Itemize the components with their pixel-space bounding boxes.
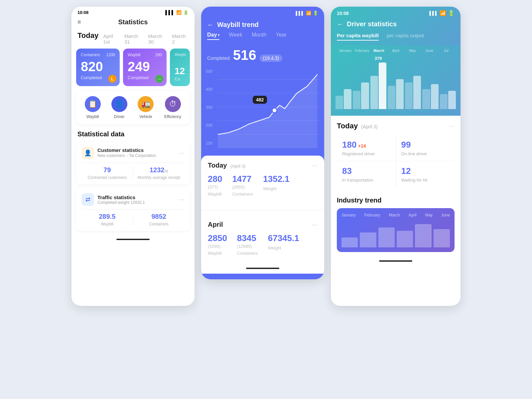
- month-mar[interactable]: March: [370, 49, 387, 53]
- tab-week[interactable]: Week: [229, 32, 242, 40]
- driver-tab-waybill[interactable]: Per capita waybill: [337, 33, 379, 41]
- date-march2[interactable]: March 2: [172, 33, 189, 45]
- driver-header-bg: 10:08 ▌▌▌ 📶 🔋 ← Driver statistics Per ca…: [331, 7, 461, 45]
- y-label-300: 300: [206, 105, 212, 110]
- customer-stats-block: 👤 Customer statistics New customers：Tai …: [76, 142, 190, 185]
- april-weight-label: Weight: [268, 245, 299, 250]
- today-driver-date: (April 3): [361, 124, 378, 129]
- april-containers-label: Containers: [237, 251, 258, 256]
- chart-svg: [218, 69, 321, 152]
- home-bar-1: [71, 235, 195, 242]
- traffic-sub: Completed weight 12832.1: [97, 200, 145, 205]
- card-weight[interactable]: Weight 12 Co: [170, 49, 190, 86]
- status-icons-1: ▌▌▌ 📶 🔋: [165, 10, 189, 15]
- today-section-driver: Today (April 3) ⋯ 180 +14 Registered dri…: [331, 116, 461, 192]
- april-waybill-val: 2850: [208, 233, 227, 243]
- customer-left: 👤 Customer statistics New customers：Tai …: [81, 147, 156, 159]
- card-waybill-label: Waybill: [128, 53, 140, 57]
- bar-group-apr: [388, 79, 404, 109]
- icon-vehicle[interactable]: 🚛 Vehicle: [138, 96, 154, 119]
- industry-section: Industry trend January February March Ap…: [331, 192, 461, 257]
- traffic-left: ⇄ Traffic statistics Completed weight 12…: [81, 193, 145, 206]
- icon-vehicle-label: Vehicle: [139, 114, 152, 119]
- driver-back-button[interactable]: ←: [337, 20, 343, 28]
- month-may: May: [404, 49, 421, 53]
- bar-group-jan: [335, 89, 351, 109]
- tab-day[interactable]: Day ▾: [207, 32, 219, 40]
- today-title-group: Today (April 3): [208, 162, 245, 169]
- menu-icon[interactable]: ≡: [77, 19, 81, 26]
- bar-chart-area: January February March April May June Ju…: [331, 45, 461, 116]
- contracted-val: 79: [103, 166, 111, 174]
- today-weight-label: Weight: [263, 186, 290, 191]
- status-bar-1: 10:08 ▌▌▌ 📶 🔋: [71, 7, 195, 16]
- waybill-icon: 📋: [85, 96, 101, 112]
- back-button-2[interactable]: ←: [207, 21, 214, 29]
- wifi-icon-2: 📶: [306, 11, 311, 16]
- card-containers-badge: L: [108, 75, 116, 83]
- icon-driver-label: Driver: [114, 114, 125, 119]
- date-april1[interactable]: April 1st: [103, 33, 120, 45]
- online-label: On-line driver: [401, 151, 450, 156]
- icon-waybill[interactable]: 📋 Waybill: [85, 96, 101, 119]
- bar-mar-2: [379, 63, 386, 109]
- waybill-val: 289.5: [99, 213, 115, 220]
- bar-may-1: [405, 82, 413, 109]
- april-card-header: April ⋯: [208, 221, 318, 228]
- card-containers-header: Containers 1200: [81, 53, 115, 57]
- card-containers-number: 820: [81, 59, 115, 74]
- date-row: Today April 1st March 31 March 30 March …: [71, 30, 195, 49]
- industry-bars: [341, 221, 450, 247]
- containers-cell: 9852 Containers: [133, 213, 185, 226]
- traffic-dots[interactable]: ⋯: [179, 196, 185, 203]
- card-waybill-count: 280: [155, 53, 162, 57]
- card-containers[interactable]: Containers 1200 820 Completed L: [76, 49, 120, 86]
- april-card-dots[interactable]: ⋯: [312, 221, 318, 228]
- registered-label: Registered driver: [342, 151, 390, 156]
- today-driver-dots[interactable]: ⋯: [449, 122, 455, 130]
- ind-month-may: May: [425, 213, 433, 217]
- date-march31[interactable]: March 31: [124, 33, 144, 45]
- icon-driver[interactable]: 👤 Driver: [111, 96, 127, 119]
- industry-months: January February March April May June: [341, 213, 450, 217]
- bar-jul-2: [448, 91, 456, 109]
- icon-efficiency[interactable]: ⏱ Efficiency: [164, 96, 181, 119]
- monthly-val: 1232(t): [150, 166, 168, 174]
- customer-text: Customer statistics New customers：Tai Co…: [97, 147, 156, 159]
- registered-val: 180: [342, 140, 356, 150]
- april-containers-sub: (12689): [237, 244, 258, 249]
- status-bar-2: ▌▌▌ 📶 🔋: [201, 7, 324, 17]
- ind-month-jan: January: [341, 213, 356, 217]
- tab-year[interactable]: Year: [276, 32, 286, 40]
- today-card-dots[interactable]: ⋯: [312, 162, 318, 169]
- transport-val: 83: [342, 166, 390, 176]
- driver-status-bar: 10:08 ▌▌▌ 📶 🔋: [337, 10, 455, 16]
- page-title-1: Statistics: [118, 18, 148, 26]
- home-indicator-1: [116, 239, 150, 240]
- containers-label: Containers: [149, 222, 169, 226]
- bar-jan-2: [344, 89, 351, 109]
- today-containers-val: 1477: [232, 174, 253, 184]
- phone-statistics: 10:08 ▌▌▌ 📶 🔋 ≡ Statistics Today April 1…: [71, 7, 195, 306]
- monthly-label: Monthly average receipt: [138, 175, 180, 180]
- monthly-cell: 1232(t) Monthly average receipt: [133, 166, 185, 180]
- battery-icon-2: 🔋: [313, 11, 318, 16]
- card-waybill[interactable]: Waybill 280 249 Completed →: [123, 49, 167, 86]
- waybill-cell: 289.5 Waybill: [81, 213, 133, 226]
- driver-tab-output[interactable]: per capita output: [387, 33, 424, 41]
- today-card-section: Today (April 3) ⋯ 280 (377) Waybill 1477…: [201, 156, 324, 205]
- today-driver-header: Today (April 3) ⋯: [337, 122, 455, 130]
- bottom-bar-2: [201, 264, 324, 274]
- month-jan: January: [337, 49, 354, 53]
- april-card-title: April: [208, 221, 223, 228]
- tooltip-value: 482: [256, 97, 264, 102]
- chart-cards: Today (April 3) ⋯ 280 (377) Waybill 1477…: [201, 156, 324, 274]
- header-1: ≡ Statistics: [71, 16, 195, 30]
- date-march30[interactable]: March 30: [148, 33, 168, 45]
- bar-jun-1: [422, 89, 430, 109]
- customer-dots[interactable]: ⋯: [179, 149, 185, 157]
- card-waybill-header: Waybill 280: [128, 53, 162, 57]
- tab-month[interactable]: Month: [252, 32, 266, 40]
- driver-title-text: Driver statistics: [347, 20, 397, 28]
- waybill-header: ← Waybill trend: [201, 17, 324, 32]
